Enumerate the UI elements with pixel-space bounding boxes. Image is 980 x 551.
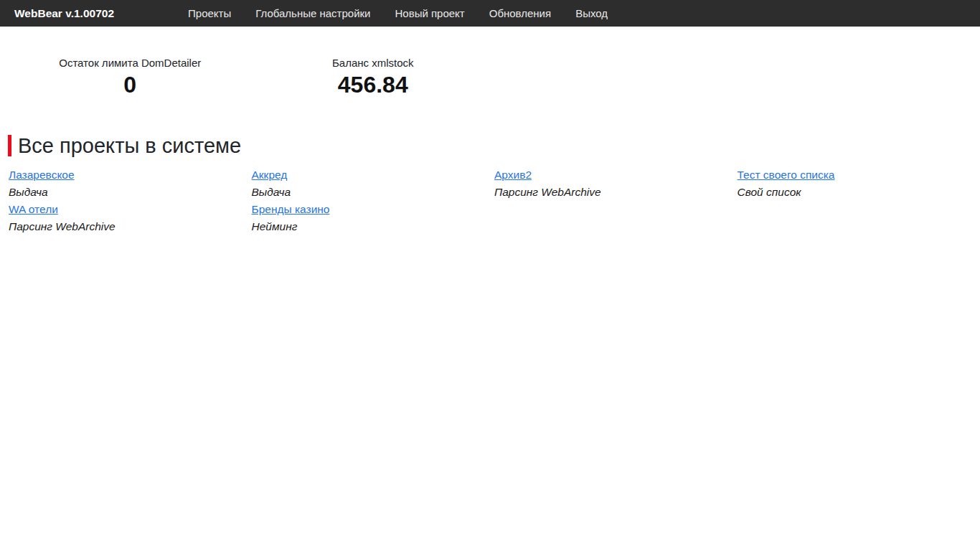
project-link-test-svoego-spiska[interactable]: Тест своего списка	[738, 166, 835, 184]
project-type-label: Свой список	[738, 184, 980, 201]
project-link-wa-oteli[interactable]: WA отели	[9, 201, 58, 218]
project-type-label: Парсинг WebArchive	[9, 218, 252, 235]
project-type-label: Нейминг	[252, 218, 495, 235]
projects-section-heading: Все проекты в системе	[8, 135, 980, 156]
menu-item-new-project[interactable]: Новый проект	[383, 0, 477, 27]
project-link-lazarevskoe[interactable]: Лазаревское	[9, 166, 75, 184]
menu-item-updates[interactable]: Обновления	[477, 0, 563, 27]
project-link-brendy-kazino[interactable]: Бренды казино	[252, 201, 330, 218]
menu-item-logout[interactable]: Выход	[563, 0, 620, 27]
project-link-akkred[interactable]: Аккред	[252, 166, 288, 184]
project-item: WA отели Парсинг WebArchive	[9, 201, 252, 235]
balance-stats-row: Остаток лимита DomDetailer 0 Баланс xmls…	[0, 56, 980, 97]
top-navbar: WebBear v.1.00702 Проекты Глобальные нас…	[0, 0, 980, 27]
project-item: Лазаревское Выдача	[9, 166, 252, 201]
stat-xmlstock: Баланс xmlstock 456.84	[252, 56, 495, 97]
main-menu: Проекты Глобальные настройки Новый проек…	[176, 0, 620, 27]
project-item: Архив2 Парсинг WebArchive	[494, 166, 738, 201]
page-title: Все проекты в системе	[11, 135, 241, 156]
menu-item-projects[interactable]: Проекты	[176, 0, 243, 27]
stat-domdetailer: Остаток лимита DomDetailer 0	[9, 56, 252, 97]
project-item: Тест своего списка Свой список	[738, 166, 980, 201]
project-type-label: Парсинг WebArchive	[494, 184, 738, 201]
project-item: Бренды казино Нейминг	[252, 201, 495, 235]
app-title: WebBear v.1.00702	[0, 7, 114, 20]
project-type-label: Выдача	[9, 184, 252, 201]
project-link-arhiv2[interactable]: Архив2	[494, 166, 532, 184]
project-item: Аккред Выдача	[252, 166, 495, 201]
menu-item-global-settings[interactable]: Глобальные настройки	[243, 0, 382, 27]
stat-xmlstock-value: 456.84	[252, 72, 495, 97]
project-type-label: Выдача	[252, 184, 495, 201]
stat-domdetailer-label: Остаток лимита DomDetailer	[9, 56, 252, 70]
projects-grid: Лазаревское Выдача Аккред Выдача Архив2 …	[0, 166, 980, 235]
stat-domdetailer-value: 0	[9, 72, 252, 97]
stat-xmlstock-label: Баланс xmlstock	[252, 56, 495, 70]
